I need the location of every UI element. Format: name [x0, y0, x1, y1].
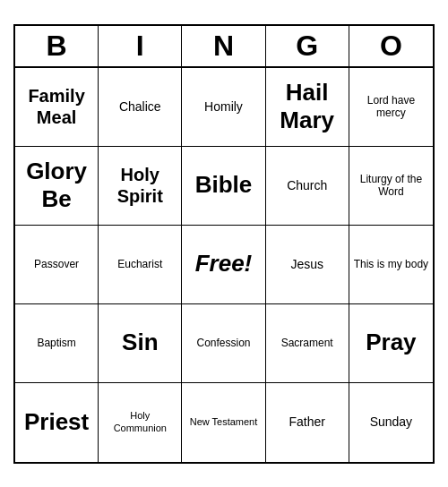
bingo-cell[interactable]: Confession — [182, 304, 265, 383]
bingo-grid: Family MealChaliceHomilyHail MaryLord ha… — [15, 68, 433, 462]
bingo-header: BINGO — [15, 26, 433, 68]
bingo-cell[interactable]: Church — [266, 147, 349, 226]
bingo-cell[interactable]: Free! — [182, 226, 265, 304]
bingo-cell[interactable]: Priest — [15, 383, 99, 462]
bingo-cell[interactable]: Chalice — [99, 68, 182, 147]
bingo-cell[interactable]: Baptism — [15, 304, 99, 383]
bingo-cell[interactable]: Sin — [99, 304, 182, 383]
header-letter: I — [99, 26, 182, 66]
bingo-cell[interactable]: Family Meal — [15, 68, 99, 147]
bingo-cell[interactable]: Homily — [182, 68, 265, 147]
bingo-cell[interactable]: Lord have mercy — [349, 68, 433, 147]
bingo-cell[interactable]: Eucharist — [99, 226, 182, 304]
bingo-cell[interactable]: New Testament — [182, 383, 265, 462]
bingo-cell[interactable]: This is my body — [349, 226, 433, 304]
bingo-cell[interactable]: Glory Be — [15, 147, 99, 226]
header-letter: B — [15, 26, 99, 66]
bingo-cell[interactable]: Hail Mary — [266, 68, 349, 147]
bingo-cell[interactable]: Bible — [182, 147, 265, 226]
header-letter: N — [182, 26, 265, 66]
bingo-cell[interactable]: Sacrament — [266, 304, 349, 383]
bingo-cell[interactable]: Sunday — [349, 383, 433, 462]
header-letter: G — [266, 26, 349, 66]
bingo-cell[interactable]: Passover — [15, 226, 99, 304]
bingo-cell[interactable]: Holy Spirit — [99, 147, 182, 226]
bingo-cell[interactable]: Holy Communion — [99, 383, 182, 462]
bingo-cell[interactable]: Liturgy of the Word — [349, 147, 433, 226]
bingo-cell[interactable]: Father — [266, 383, 349, 462]
header-letter: O — [349, 26, 433, 66]
bingo-card: BINGO Family MealChaliceHomilyHail MaryL… — [13, 24, 435, 464]
bingo-cell[interactable]: Pray — [349, 304, 433, 383]
bingo-cell[interactable]: Jesus — [266, 226, 349, 304]
